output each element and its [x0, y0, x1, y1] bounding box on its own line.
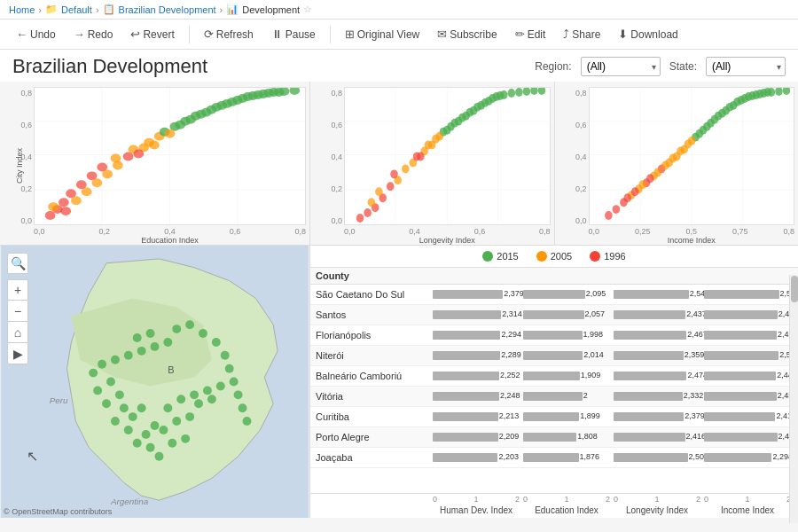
svg-point-69 [207, 395, 216, 403]
legend-dot-1996 [590, 251, 600, 262]
map-navigate-button[interactable]: ▶ [7, 343, 28, 364]
svg-point-179 [782, 88, 790, 95]
breadcrumb-section[interactable]: Brazilian Development [119, 4, 216, 15]
svg-point-181 [638, 180, 646, 189]
download-button[interactable]: ⬇ Download [611, 25, 685, 43]
svg-point-38 [133, 150, 144, 159]
scrollbar-thumb[interactable] [791, 276, 798, 302]
table-row: Porto Alegre2,2091,8082,4162,476 [310, 427, 798, 448]
edit-icon: ✏ [515, 27, 525, 41]
refresh-button[interactable]: ⟳ Refresh [197, 25, 261, 43]
bar-fill [433, 331, 500, 340]
map-zoom-in-button[interactable]: + [7, 279, 28, 301]
pause-button[interactable]: ⏸ Pause [264, 25, 323, 43]
breadcrumb-default[interactable]: Default [61, 4, 92, 15]
bar-cell: 2,057 [523, 307, 612, 323]
svg-point-65 [176, 395, 185, 403]
svg-point-85 [151, 342, 160, 351]
revert-button[interactable]: ↩ Revert [123, 25, 181, 43]
bar-cell: 2,476 [704, 429, 793, 445]
bar-fill [433, 351, 500, 360]
undo-button[interactable]: ← Undo [9, 25, 63, 43]
svg-point-10 [59, 198, 69, 207]
svg-point-98 [243, 417, 252, 426]
svg-point-92 [212, 338, 221, 347]
y-ticks-edu: 0,80,60,40,20,0 [7, 89, 32, 225]
axis-label: Income Index [702, 505, 793, 515]
map-home-button[interactable]: ⌂ [7, 322, 28, 343]
svg-point-116 [390, 169, 398, 178]
county-name: Florianópolis [316, 330, 431, 340]
legend-row: 2015 2005 1996 [310, 246, 798, 268]
svg-point-154 [605, 211, 613, 220]
bar-fill [523, 372, 580, 380]
map-zoom-out-button[interactable]: − [7, 301, 28, 322]
table-header: County [310, 268, 798, 285]
svg-point-70 [216, 382, 225, 391]
svg-point-14 [76, 180, 87, 189]
svg-point-137 [417, 153, 425, 161]
bar-cell: 1,899 [523, 409, 612, 425]
toolbar-separator-2 [330, 26, 331, 43]
bar-fill [523, 290, 585, 299]
svg-point-57 [159, 426, 168, 434]
svg-point-73 [129, 412, 137, 421]
bar-cell: 2,474 [614, 368, 702, 384]
original-view-button[interactable]: ⊞ Original View [338, 25, 426, 43]
legend-label-1996: 1996 [604, 251, 625, 262]
svg-point-111 [368, 198, 376, 207]
share-button[interactable]: ⤴ Share [556, 25, 607, 43]
bar-fill [433, 392, 499, 401]
bar-fill [433, 412, 498, 421]
bar-cell: 2,44 [704, 368, 793, 384]
svg-text:B: B [168, 364, 174, 375]
map-container[interactable]: Peru Argentina B 🔍 + − ⌂ ▶ ↖ © OpenStree… [0, 246, 309, 518]
toolbar: ← Undo → Redo ↩ Revert ⟳ Refresh ⏸ Pause… [0, 20, 798, 50]
state-select[interactable]: (All) [706, 57, 786, 76]
table-row: Santos2,3142,0572,4372,484 [310, 305, 798, 325]
svg-point-62 [142, 430, 151, 439]
bar-fill [704, 392, 777, 401]
page-title: Brazilian Development [12, 55, 207, 78]
axis-label: Longevity Index [612, 505, 702, 515]
svg-point-45 [216, 101, 227, 110]
bar-cell: 2,314 [433, 307, 521, 323]
svg-point-43 [196, 110, 207, 119]
chart-area-edu [34, 87, 306, 225]
bar-cell: 1,876 [523, 450, 612, 466]
svg-point-186 [677, 147, 685, 156]
redo-button[interactable]: → Redo [66, 25, 121, 43]
chart-longevity: 0,80,60,40,20,0 [310, 82, 555, 245]
bar-cell: 2,379 [614, 409, 702, 425]
svg-point-178 [775, 88, 783, 96]
breadcrumb-home[interactable]: Home [9, 4, 35, 15]
right-panel: 0,80,60,40,20,0 [310, 82, 798, 518]
bar-fill [433, 453, 497, 462]
svg-point-94 [225, 364, 234, 373]
refresh-icon: ⟳ [204, 27, 214, 41]
svg-point-64 [163, 403, 172, 412]
bar-fill [704, 412, 775, 421]
svg-point-50 [269, 88, 279, 97]
map-controls: 🔍 + − ⌂ ▶ [7, 253, 28, 364]
undo-icon: ← [16, 27, 27, 41]
region-select[interactable]: (All) [581, 57, 661, 76]
bar-fill [614, 372, 686, 380]
bar-fill [433, 433, 498, 442]
svg-point-52 [289, 88, 300, 95]
svg-point-46 [227, 98, 238, 106]
bar-cell: 2,379 [433, 286, 521, 302]
table-row: Vitória2,24822,3322,45 [310, 387, 798, 407]
axis-tick-group: 012 [612, 495, 702, 504]
title-area: Brazilian Development Region: (All) Stat… [0, 50, 798, 82]
svg-point-68 [194, 399, 203, 408]
axis-tick-group: 012 [702, 495, 793, 504]
bar-columns-header [431, 270, 793, 281]
toolbar-separator-1 [189, 26, 190, 43]
subscribe-button[interactable]: ✉ Subscribe [430, 25, 504, 43]
county-name: Vitória [316, 391, 431, 402]
bar-cell: 2,248 [433, 388, 521, 404]
county-name: Balneário Camboriú [316, 371, 431, 381]
edit-button[interactable]: ✏ Edit [508, 25, 553, 43]
map-search-button[interactable]: 🔍 [7, 253, 28, 274]
